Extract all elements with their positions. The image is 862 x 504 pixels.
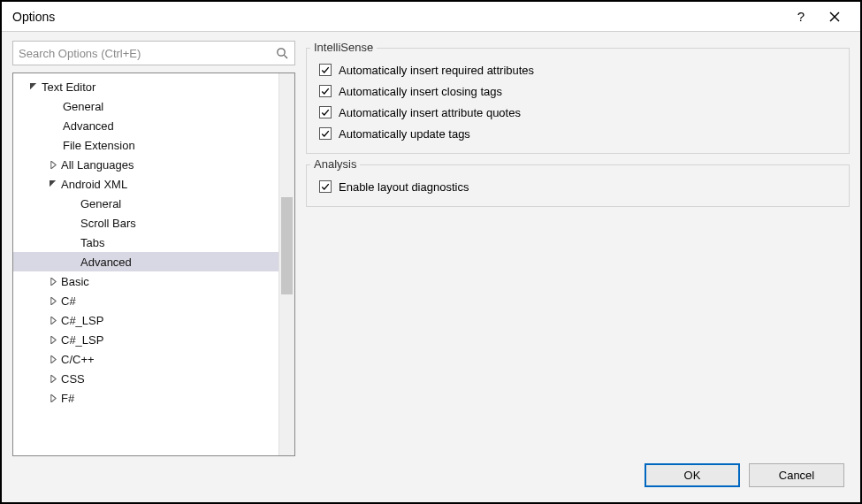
tree-item-ccpp[interactable]: C/C++ (13, 349, 278, 369)
tree-label: File Extension (63, 139, 135, 152)
group-title: Analysis (310, 157, 360, 171)
check-update-tags[interactable]: Automatically update tags (319, 123, 838, 144)
chevron-right-icon (47, 372, 59, 385)
check-label: Automatically insert required attributes (339, 64, 534, 77)
search-icon (275, 46, 289, 60)
tree-container: Text Editor General Advanced File Extens… (12, 73, 295, 456)
scrollbar-thumb[interactable] (281, 197, 293, 294)
chevron-right-icon (47, 392, 59, 404)
svg-marker-8 (50, 297, 55, 305)
group-analysis: Analysis Enable layout diagnostics (306, 164, 850, 207)
tree-item-csharp[interactable]: C# (13, 291, 278, 310)
tree-item-csharp-lsp-1[interactable]: C#_LSP (13, 310, 278, 330)
tree-label: F# (61, 392, 74, 405)
main-area: Text Editor General Advanced File Extens… (12, 41, 850, 456)
checkbox-icon (319, 106, 332, 118)
dialog-title: Options (12, 10, 784, 24)
options-dialog: Options ? (0, 0, 862, 504)
check-layout-diag[interactable]: Enable layout diagnostics (319, 176, 838, 197)
svg-marker-6 (50, 180, 56, 187)
cancel-button[interactable]: Cancel (749, 463, 844, 487)
svg-marker-13 (50, 394, 55, 402)
tree-label: Tabs (80, 236, 104, 249)
tree-item-css[interactable]: CSS (13, 369, 278, 388)
button-label: OK (684, 469, 701, 482)
tree-item-ax-general[interactable]: General (13, 194, 278, 213)
tree-item-fsharp[interactable]: F# (13, 388, 278, 408)
tree-item-ax-scrollbars[interactable]: Scroll Bars (13, 213, 278, 233)
tree-item-csharp-lsp-2[interactable]: C#_LSP (13, 330, 278, 349)
tree-label: Advanced (63, 119, 114, 133)
check-label: Enable layout diagnostics (339, 180, 469, 194)
tree-label: C#_LSP (61, 333, 103, 347)
left-pane: Text Editor General Advanced File Extens… (12, 41, 295, 456)
tree-item-file-extension[interactable]: File Extension (13, 135, 278, 155)
tree-item-ax-advanced[interactable]: Advanced (13, 252, 278, 271)
tree-item-android-xml[interactable]: Android XML (13, 174, 278, 194)
right-pane: IntelliSense Automatically insert requir… (306, 41, 850, 456)
check-label: Automatically insert attribute quotes (339, 106, 521, 119)
tree-item-general[interactable]: General (13, 96, 278, 116)
checkbox-icon (319, 127, 332, 140)
chevron-right-icon (47, 353, 59, 365)
tree-label: Scroll Bars (80, 217, 136, 230)
check-closing-tags[interactable]: Automatically insert closing tags (319, 80, 838, 102)
tree-scrollbar[interactable] (278, 73, 294, 455)
svg-marker-11 (50, 355, 55, 363)
tree-item-advanced[interactable]: Advanced (13, 116, 278, 135)
chevron-right-icon (47, 294, 59, 307)
chevron-right-icon (47, 314, 59, 326)
search-wrap (12, 41, 295, 65)
checkbox-icon (319, 85, 332, 97)
tree-label: General (80, 197, 121, 210)
ok-button[interactable]: OK (645, 463, 740, 487)
tree-label: Basic (61, 275, 89, 288)
tree-item-all-languages[interactable]: All Languages (13, 155, 278, 174)
tree-label: Android XML (61, 178, 127, 191)
check-label: Automatically insert closing tags (339, 85, 502, 98)
svg-marker-9 (50, 317, 55, 325)
tree-label: CSS (61, 372, 85, 386)
svg-marker-7 (50, 278, 55, 286)
svg-marker-4 (30, 83, 36, 89)
tree-label: Text Editor (42, 80, 95, 94)
tree-item-text-editor[interactable]: Text Editor (13, 77, 278, 96)
button-label: Cancel (779, 469, 814, 482)
svg-marker-5 (50, 161, 55, 169)
search-input[interactable] (19, 47, 275, 60)
tree-item-basic[interactable]: Basic (13, 271, 278, 291)
chevron-down-icon (47, 178, 59, 190)
svg-line-3 (284, 55, 287, 58)
tree-label: C# (61, 294, 76, 308)
group-title: IntelliSense (310, 41, 377, 54)
chevron-right-icon (47, 158, 59, 171)
svg-marker-12 (50, 375, 55, 383)
dialog-body: Text Editor General Advanced File Extens… (2, 32, 860, 502)
svg-point-2 (278, 49, 285, 56)
tree-label: C/C++ (61, 353, 95, 366)
check-attr-quotes[interactable]: Automatically insert attribute quotes (319, 102, 838, 123)
tree-item-ax-tabs[interactable]: Tabs (13, 233, 278, 252)
svg-marker-10 (50, 336, 55, 344)
group-intellisense: IntelliSense Automatically insert requir… (306, 48, 850, 154)
check-auto-attributes[interactable]: Automatically insert required attributes (319, 59, 838, 80)
checkbox-icon (319, 180, 332, 193)
check-label: Automatically update tags (339, 127, 470, 141)
checkbox-icon (319, 64, 332, 76)
tree-label: All Languages (61, 158, 133, 172)
close-button[interactable] (818, 2, 851, 31)
chevron-right-icon (47, 275, 59, 287)
titlebar: Options ? (2, 2, 860, 32)
close-icon (829, 11, 840, 22)
tree-label: C#_LSP (61, 314, 103, 327)
tree-label: General (63, 100, 103, 113)
footer: OK Cancel (12, 456, 850, 493)
tree-label: Advanced (80, 256, 132, 269)
chevron-down-icon (27, 80, 40, 93)
chevron-right-icon (47, 333, 59, 346)
options-tree[interactable]: Text Editor General Advanced File Extens… (13, 73, 278, 455)
help-button[interactable]: ? (784, 2, 818, 31)
